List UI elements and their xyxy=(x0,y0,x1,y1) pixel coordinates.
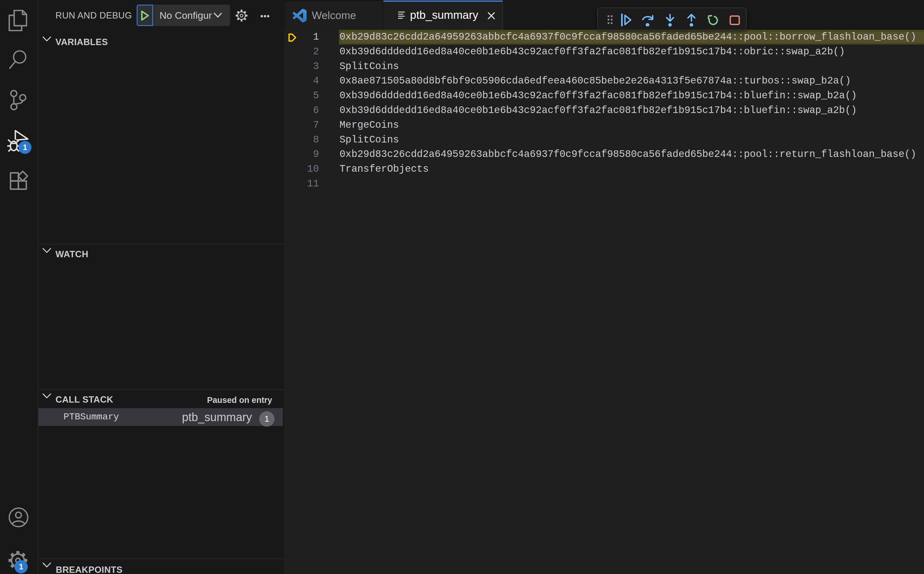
svg-text:1: 1 xyxy=(19,563,23,571)
svg-text:1: 1 xyxy=(23,143,27,152)
